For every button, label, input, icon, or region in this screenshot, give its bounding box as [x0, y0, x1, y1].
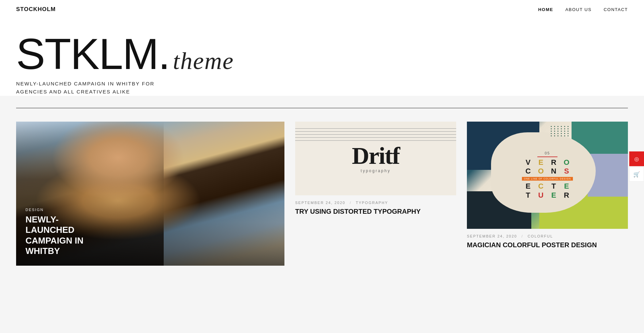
- nav-link-about[interactable]: ABOUT US: [565, 7, 591, 12]
- hero-section: STKLM. theme NEWLY-LAUNCHED CAMPAIGN IN …: [0, 19, 644, 96]
- cards-section: DESIGN NEWLY-LAUNCHED CAMPAIGN IN WHITBY…: [0, 108, 644, 279]
- poster-letter-r2: R: [560, 191, 573, 199]
- poster-dots: [551, 126, 570, 136]
- nav-link-contact[interactable]: CONTACT: [604, 7, 628, 12]
- card-colorful-poster[interactable]: 05 V E R O C O N S ONE LINE OF COLORFUL …: [467, 122, 628, 252]
- nav-item-home[interactable]: HOME: [538, 6, 553, 12]
- hero-title-script: theme: [173, 47, 234, 75]
- nav-item-about[interactable]: ABOUT US: [565, 6, 591, 12]
- poster-letter-c: C: [522, 167, 534, 175]
- card-title-typography: TRY USING DISTORTED TYPOGRAPHY: [295, 207, 456, 216]
- navigation: STOCKHOLM HOME ABOUT US CONTACT: [0, 0, 644, 19]
- poster-letter-e2: E: [522, 183, 534, 191]
- dritf-text: Dritf: [352, 144, 399, 168]
- hero-title-main: STKLM.: [16, 32, 170, 76]
- poster-letter-c2: C: [535, 183, 547, 191]
- card-poster-image: 05 V E R O C O N S ONE LINE OF COLORFUL …: [467, 122, 628, 229]
- circle-icon: ◎: [634, 156, 639, 162]
- poster-number: 05: [522, 151, 573, 155]
- float-circle-button[interactable]: ◎: [629, 151, 644, 166]
- card-meta-date-poster: SEPTEMBER 24, 2020 / COLORFUL: [467, 234, 628, 238]
- poster-letter-t2: T: [522, 191, 534, 199]
- nav-item-contact[interactable]: CONTACT: [604, 6, 628, 12]
- card-category-badge: DESIGN: [25, 208, 99, 212]
- float-cart-button[interactable]: 🛒: [629, 167, 644, 182]
- cart-icon: 🛒: [633, 171, 640, 178]
- card-typography[interactable]: Dritf typography SEPTEMBER 24, 2020 / TY…: [295, 122, 456, 218]
- poster-letter-e4: E: [547, 191, 560, 199]
- poster-letter-o: O: [560, 158, 573, 166]
- poster-orange-bar: ONE LINE OF COLORFUL DESIGN: [522, 177, 573, 181]
- hero-title-row: STKLM. theme: [16, 32, 628, 76]
- sidebar-float: ◎ 🛒: [629, 151, 644, 182]
- nav-links: HOME ABOUT US CONTACT: [538, 6, 628, 12]
- poster-red-line: [537, 156, 557, 157]
- card-meta-date-typography: SEPTEMBER 24, 2020 / TYPOGRAPHY: [295, 201, 456, 205]
- card-meta-typography: SEPTEMBER 24, 2020 / TYPOGRAPHY TRY USIN…: [295, 195, 456, 218]
- poster-letter-e: E: [535, 158, 547, 166]
- card-typography-image: Dritf typography: [295, 122, 456, 195]
- card-large[interactable]: DESIGN NEWLY-LAUNCHED CAMPAIGN IN WHITBY: [16, 122, 284, 266]
- poster-letter-e3: E: [560, 183, 573, 191]
- poster-letter-t: T: [547, 183, 560, 191]
- nav-link-home[interactable]: HOME: [538, 7, 553, 12]
- poster-letter-s: S: [560, 167, 573, 175]
- poster-letter-n: N: [547, 167, 560, 175]
- card-meta-poster: SEPTEMBER 24, 2020 / COLORFUL MAGICIAN C…: [467, 229, 628, 252]
- staff-lines-container: [295, 128, 456, 141]
- typography-label: typography: [352, 169, 399, 173]
- poster-letter-r: R: [547, 158, 560, 166]
- poster-vero-grid: V E R O C O N S ONE LINE OF COLORFUL DES…: [522, 158, 573, 199]
- nav-logo[interactable]: STOCKHOLM: [16, 6, 56, 13]
- hero-subtitle: NEWLY-LAUNCHED CAMPAIGN IN WHITBY FOR AG…: [16, 80, 184, 96]
- poster-text-content: 05 V E R O C O N S ONE LINE OF COLORFUL …: [522, 151, 573, 199]
- poster-letter-o2: O: [535, 167, 547, 175]
- poster-letter-v: V: [522, 158, 534, 166]
- card-meta-category-typography: TYPOGRAPHY: [356, 201, 388, 205]
- card-meta-category-poster: COLORFUL: [528, 234, 553, 238]
- card-large-title: NEWLY-LAUNCHED CAMPAIGN IN WHITBY: [25, 214, 99, 256]
- card-title-poster: MAGICIAN COLORFUL POSTER DESIGN: [467, 241, 628, 249]
- dritf-word: Dritf typography: [352, 144, 399, 173]
- poster-letter-u: U: [535, 191, 547, 199]
- card-large-overlay: DESIGN NEWLY-LAUNCHED CAMPAIGN IN WHITBY: [25, 208, 99, 256]
